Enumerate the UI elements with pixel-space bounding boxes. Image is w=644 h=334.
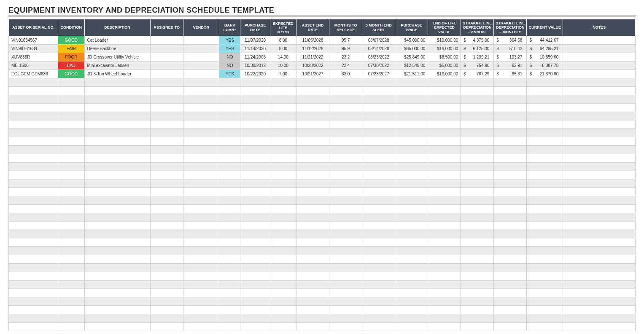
cell-empty[interactable] — [270, 120, 296, 129]
cell-empty[interactable] — [270, 213, 296, 222]
cell-empty[interactable] — [240, 323, 270, 331]
cell-empty[interactable] — [183, 213, 219, 222]
cell-empty[interactable] — [395, 196, 428, 205]
cell-edate[interactable]: 10/28/2022 — [296, 61, 329, 70]
cell-empty[interactable] — [219, 196, 240, 205]
cell-empty[interactable] — [84, 87, 150, 95]
cell-notes[interactable] — [563, 61, 636, 70]
cell-empty[interactable] — [240, 163, 270, 171]
cell-empty[interactable] — [461, 314, 494, 323]
cell-empty[interactable] — [461, 272, 494, 281]
cell-empty[interactable] — [527, 112, 563, 120]
table-row[interactable]: VIN98761634FAIRDeere BackhoeYES11/14/202… — [9, 45, 636, 53]
cell-empty[interactable] — [362, 323, 395, 331]
cell-empty[interactable] — [183, 137, 219, 146]
cell-empty[interactable] — [9, 196, 58, 205]
cell-empty[interactable] — [494, 255, 527, 264]
cell-empty[interactable] — [329, 297, 362, 306]
cell-empty[interactable] — [183, 289, 219, 297]
cell-condition[interactable]: GOOD — [58, 70, 84, 78]
cell-empty[interactable] — [494, 171, 527, 179]
cell-empty[interactable] — [240, 255, 270, 264]
table-row[interactable] — [9, 289, 636, 297]
cell-empty[interactable] — [563, 196, 636, 205]
cell-empty[interactable] — [9, 188, 58, 196]
cell-empty[interactable] — [296, 264, 329, 272]
cell-empty[interactable] — [219, 213, 240, 222]
cell-empty[interactable] — [296, 87, 329, 95]
cell-empty[interactable] — [494, 78, 527, 87]
cell-empty[interactable] — [362, 289, 395, 297]
cell-edate[interactable]: 10/21/2027 — [296, 70, 329, 78]
cell-empty[interactable] — [296, 222, 329, 230]
cell-empty[interactable] — [362, 129, 395, 137]
cell-empty[interactable] — [362, 120, 395, 129]
table-row[interactable] — [9, 196, 636, 205]
cell-empty[interactable] — [270, 196, 296, 205]
cell-empty[interactable] — [240, 230, 270, 238]
cell-empty[interactable] — [270, 264, 296, 272]
cell-empty[interactable] — [219, 238, 240, 247]
cell-empty[interactable] — [428, 314, 461, 323]
cell-pdate[interactable]: 11/14/2020 — [240, 45, 270, 53]
cell-empty[interactable] — [219, 78, 240, 87]
cell-empty[interactable] — [219, 87, 240, 95]
cell-empty[interactable] — [240, 247, 270, 255]
cell-empty[interactable] — [240, 297, 270, 306]
cell-empty[interactable] — [58, 323, 84, 331]
cell-empty[interactable] — [219, 289, 240, 297]
cell-empty[interactable] — [395, 179, 428, 188]
cell-empty[interactable] — [362, 179, 395, 188]
cell-empty[interactable] — [428, 129, 461, 137]
cell-empty[interactable] — [150, 78, 183, 87]
cell-empty[interactable] — [270, 323, 296, 331]
cell-empty[interactable] — [563, 222, 636, 230]
table-row[interactable] — [9, 281, 636, 289]
cell-empty[interactable] — [183, 272, 219, 281]
cell-empty[interactable] — [461, 205, 494, 213]
cell-empty[interactable] — [329, 323, 362, 331]
cell-empty[interactable] — [563, 297, 636, 306]
cell-empty[interactable] — [494, 230, 527, 238]
cell-empty[interactable] — [219, 146, 240, 154]
cell-empty[interactable] — [9, 323, 58, 331]
cell-empty[interactable] — [219, 120, 240, 129]
cell-empty[interactable] — [150, 247, 183, 255]
cell-empty[interactable] — [84, 146, 150, 154]
table-row[interactable] — [9, 95, 636, 104]
cell-empty[interactable] — [395, 137, 428, 146]
cell-empty[interactable] — [395, 163, 428, 171]
cell-empty[interactable] — [270, 137, 296, 146]
cell-empty[interactable] — [58, 306, 84, 314]
cell-life[interactable]: 8.00 — [270, 45, 296, 53]
cell-empty[interactable] — [329, 314, 362, 323]
cell-empty[interactable] — [219, 323, 240, 331]
cell-empty[interactable] — [296, 188, 329, 196]
cell-empty[interactable] — [183, 112, 219, 120]
cell-empty[interactable] — [362, 146, 395, 154]
cell-empty[interactable] — [270, 146, 296, 154]
cell-empty[interactable] — [461, 306, 494, 314]
cell-vendor[interactable] — [183, 61, 219, 70]
cell-empty[interactable] — [270, 87, 296, 95]
table-row[interactable]: EOUGEM GEM636GOODJD 3-Ton Wheel LoaderYE… — [9, 70, 636, 78]
cell-empty[interactable] — [296, 205, 329, 213]
cell-empty[interactable] — [395, 104, 428, 112]
cell-empty[interactable] — [150, 146, 183, 154]
table-row[interactable] — [9, 272, 636, 281]
cell-empty[interactable] — [395, 87, 428, 95]
cell-empty[interactable] — [296, 281, 329, 289]
cell-empty[interactable] — [270, 297, 296, 306]
cell-pdate[interactable]: 11/24/2008 — [240, 53, 270, 61]
cell-monthly[interactable]: $510.42 — [494, 45, 527, 53]
table-row[interactable] — [9, 154, 636, 163]
cell-empty[interactable] — [183, 188, 219, 196]
cell-empty[interactable] — [183, 78, 219, 87]
cell-empty[interactable] — [461, 255, 494, 264]
cell-empty[interactable] — [527, 196, 563, 205]
cell-empty[interactable] — [329, 289, 362, 297]
cell-empty[interactable] — [9, 112, 58, 120]
cell-empty[interactable] — [395, 154, 428, 163]
cell-empty[interactable] — [563, 289, 636, 297]
cell-empty[interactable] — [240, 112, 270, 120]
